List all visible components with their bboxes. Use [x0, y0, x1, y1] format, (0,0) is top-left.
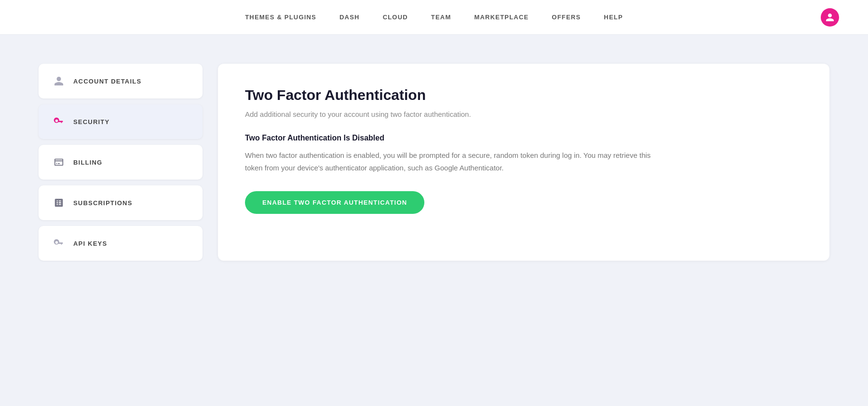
nav-item-offers[interactable]: OFFERS	[552, 10, 581, 25]
section-description: When two factor authentication is enable…	[245, 149, 660, 174]
sidebar-item-api-keys-label: API KEYS	[73, 240, 107, 247]
sidebar-item-account-details[interactable]: ACCOUNT DETAILS	[39, 64, 203, 98]
status-heading: Two Factor Authentication Is Disabled	[245, 134, 802, 142]
key-icon	[52, 115, 66, 128]
sidebar-item-security[interactable]: SECURITY	[39, 104, 203, 139]
user-avatar[interactable]	[821, 8, 839, 27]
sidebar: ACCOUNT DETAILS SECURITY BILLING	[39, 64, 203, 261]
content-subtitle: Add additional security to your account …	[245, 110, 802, 118]
sidebar-item-subscriptions-label: SUBSCRIPTIONS	[73, 199, 133, 207]
user-avatar-icon	[825, 13, 835, 22]
nav-item-dash[interactable]: DASH	[339, 10, 360, 25]
content-panel: Two Factor Authentication Add additional…	[218, 64, 829, 261]
api-keys-icon	[52, 237, 66, 250]
enable-2fa-button[interactable]: ENABLE TWO FACTOR AUTHENTICATION	[245, 191, 424, 214]
user-icon	[52, 74, 66, 88]
sidebar-item-security-label: SECURITY	[73, 118, 109, 126]
nav-items: THEMES & PLUGINS DASH CLOUD TEAM MARKETP…	[245, 10, 623, 25]
sidebar-item-subscriptions[interactable]: SUBSCRIPTIONS	[39, 185, 203, 220]
nav-item-help[interactable]: HELP	[604, 10, 623, 25]
sidebar-item-billing-label: BILLING	[73, 159, 102, 166]
main-container: ACCOUNT DETAILS SECURITY BILLING	[0, 35, 868, 290]
nav-item-cloud[interactable]: CLOUD	[383, 10, 408, 25]
top-navigation: THEMES & PLUGINS DASH CLOUD TEAM MARKETP…	[0, 0, 868, 35]
billing-icon	[52, 155, 66, 169]
subscriptions-icon	[52, 196, 66, 210]
page-title: Two Factor Authentication	[245, 87, 802, 103]
nav-item-themes-plugins[interactable]: THEMES & PLUGINS	[245, 10, 316, 25]
sidebar-item-billing[interactable]: BILLING	[39, 145, 203, 180]
nav-item-marketplace[interactable]: MARKETPLACE	[474, 10, 529, 25]
sidebar-item-api-keys[interactable]: API KEYS	[39, 226, 203, 261]
nav-item-team[interactable]: TEAM	[431, 10, 451, 25]
sidebar-item-account-details-label: ACCOUNT DETAILS	[73, 78, 141, 85]
